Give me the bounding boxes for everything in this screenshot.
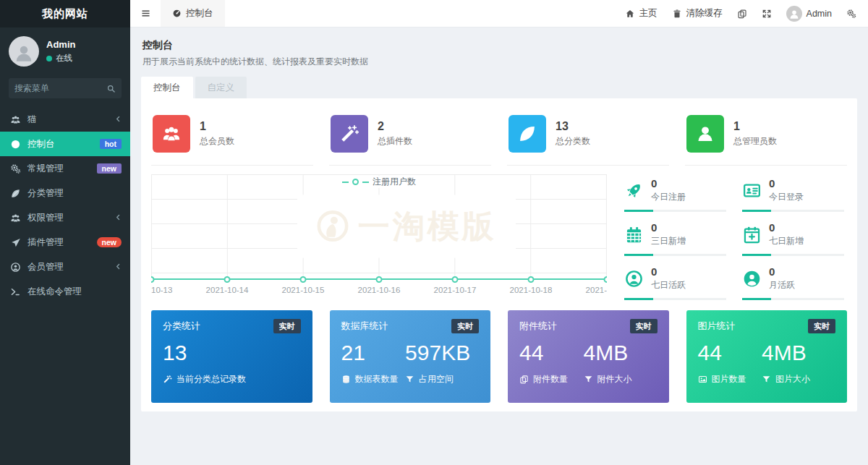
- mini-stat-value: 0: [769, 221, 804, 234]
- sidebar-item-label: 常规管理: [27, 163, 97, 175]
- card-metric-label: 图片大小: [775, 373, 810, 385]
- card-metric-label: 数据表数量: [355, 373, 399, 385]
- card-attachment-stats[interactable]: 附件统计实时 44 附件数量 4MB 附件大小: [508, 310, 669, 403]
- app-window: 我的网站 Admin 在线 猫 控制台 hot: [0, 0, 868, 465]
- sidebar-item-label: 控制台: [27, 138, 100, 150]
- card-metric-label: 当前分类总记录数: [176, 373, 246, 385]
- mini-stat-value: 0: [651, 221, 686, 234]
- sidebar-item-label: 分类管理: [27, 187, 122, 200]
- x-axis-label: 2021-10-13: [151, 286, 172, 294]
- stat-value: 1: [733, 120, 777, 133]
- hamburger-icon: [140, 8, 151, 19]
- mini-stat-7day-active[interactable]: 0七日活跃: [624, 265, 729, 300]
- sidebar-search: [9, 78, 122, 98]
- data-point-marker: [151, 276, 155, 283]
- mini-stat-label: 七日新增: [769, 235, 804, 247]
- users-icon: [10, 114, 21, 125]
- data-point-marker: [376, 276, 383, 283]
- mini-stat-7day-new[interactable]: 0七日新增: [742, 221, 847, 256]
- sidebar-item-auth[interactable]: 权限管理: [0, 205, 130, 230]
- data-point-marker: [527, 276, 534, 283]
- realtime-badge: 实时: [273, 319, 301, 333]
- stat-value: 1: [200, 120, 234, 133]
- stat-total-members[interactable]: 1总会员数: [151, 106, 313, 166]
- id-card-icon: [742, 181, 762, 200]
- expand-icon: [762, 9, 772, 19]
- pages-button[interactable]: [737, 9, 747, 19]
- card-category-stats[interactable]: 分类统计实时 13 当前分类总记录数: [151, 310, 312, 403]
- mini-stat-label: 今日注册: [651, 191, 686, 203]
- avatar: [9, 36, 39, 67]
- card-value: 44: [519, 340, 584, 366]
- realtime-badge: 实时: [630, 319, 658, 333]
- mini-stat-3day-new[interactable]: 0三日新增: [624, 221, 729, 256]
- registered-users-chart[interactable]: 注册用户数 一淘模版 2021-: [151, 173, 607, 294]
- chevron-left-icon: [115, 262, 122, 272]
- user-menu[interactable]: Admin: [786, 6, 832, 22]
- card-image-stats[interactable]: 图片统计实时 44 图片数量 4MB 图片大小: [686, 310, 848, 403]
- content-tabs: 控制台 自定义: [141, 77, 857, 98]
- stat-total-addons[interactable]: 2总插件数: [329, 106, 491, 166]
- search-input[interactable]: [14, 83, 106, 93]
- tab-custom[interactable]: 自定义: [195, 77, 247, 98]
- image-icon: [698, 375, 707, 384]
- search-icon[interactable]: [106, 84, 116, 93]
- tachometer-icon: [10, 139, 21, 150]
- sidebar-item-addon[interactable]: 插件管理 new: [0, 230, 130, 255]
- mini-stat-today-login[interactable]: 0今日登录: [742, 177, 847, 212]
- user-name: Admin: [46, 39, 75, 50]
- topbar-tab-label: 控制台: [186, 7, 213, 20]
- topbar-tab-dashboard[interactable]: 控制台: [161, 0, 225, 27]
- users-icon: [10, 213, 21, 223]
- x-axis-label: 2021-10-14: [206, 286, 249, 294]
- home-link[interactable]: 主页: [625, 7, 658, 20]
- sidebar-menu: 猫 控制台 hot 常规管理 new 分类管理 权限管理: [0, 107, 130, 465]
- user-circle-icon: [10, 262, 21, 273]
- stat-total-admins[interactable]: 1总管理员数: [685, 106, 847, 166]
- site-title[interactable]: 我的网站: [0, 0, 130, 27]
- stat-total-categories[interactable]: 13总分类数: [507, 106, 669, 166]
- chart-legend[interactable]: 注册用户数: [338, 176, 420, 188]
- middle-row: 注册用户数 一淘模版 2021-: [151, 173, 847, 300]
- stat-label: 总管理员数: [733, 135, 777, 148]
- funnel-icon: [405, 375, 414, 384]
- topbar: 控制台 主页 清除缓存 Admin: [130, 0, 868, 27]
- magic-wand-icon: [331, 115, 368, 153]
- sidebar-item-member[interactable]: 会员管理: [0, 255, 130, 279]
- data-point-marker: [224, 276, 231, 283]
- user-panel: Admin 在线: [0, 27, 130, 72]
- mini-stats: 0今日注册 0今日登录 0三日新增 0七日新增: [624, 173, 847, 300]
- user-status: 在线: [46, 53, 75, 64]
- sidebar-item-cat[interactable]: 猫: [0, 107, 130, 132]
- card-metric-label: 占用空间: [419, 373, 454, 385]
- card-title: 图片统计: [698, 320, 736, 333]
- sidebar-item-command[interactable]: 在线命令管理: [0, 279, 130, 304]
- user-icon: [686, 115, 724, 153]
- data-point-marker: [452, 276, 459, 283]
- sidebar-item-category[interactable]: 分类管理: [0, 181, 130, 205]
- rocket-icon: [624, 181, 644, 200]
- sidebar-item-label: 猫: [27, 114, 115, 126]
- watermark-logo-icon: [316, 210, 349, 243]
- user-circle-filled-icon: [742, 269, 762, 289]
- mini-stat-label: 七日活跃: [651, 279, 686, 291]
- clear-cache-button[interactable]: 清除缓存: [672, 7, 723, 20]
- terminal-icon: [10, 286, 21, 297]
- settings-button[interactable]: [846, 9, 856, 19]
- topbar-actions: 主页 清除缓存 Admin: [625, 6, 868, 22]
- new-badge: new: [97, 237, 122, 248]
- menu-toggle-button[interactable]: [130, 0, 161, 27]
- mini-stat-month-active[interactable]: 0月活跃: [742, 265, 847, 300]
- funnel-icon: [584, 375, 593, 384]
- card-database-stats[interactable]: 数据库统计实时 21 数据表数量 597KB 占用空间: [330, 310, 491, 403]
- tab-dashboard[interactable]: 控制台: [141, 77, 193, 98]
- mini-stat-label: 今日登录: [769, 191, 804, 203]
- sidebar-item-dashboard[interactable]: 控制台 hot: [0, 132, 130, 156]
- realtime-badge: 实时: [808, 319, 835, 333]
- mini-stat-today-register[interactable]: 0今日注册: [624, 177, 729, 212]
- card-metric-label: 附件数量: [533, 373, 568, 385]
- funnel-icon: [762, 375, 771, 384]
- sidebar-item-general[interactable]: 常规管理 new: [0, 156, 130, 181]
- page-subtitle: 用于展示当前系统中的统计数据、统计报表及重要实时数据: [142, 56, 856, 68]
- fullscreen-button[interactable]: [762, 9, 772, 19]
